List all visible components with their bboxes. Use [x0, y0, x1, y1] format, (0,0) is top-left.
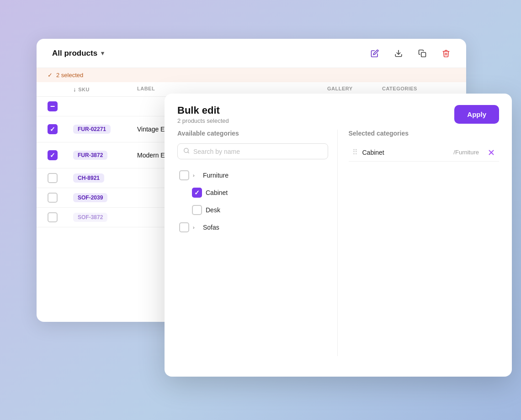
bulk-edit-title: Bulk edit — [177, 105, 229, 116]
delete-button[interactable] — [437, 44, 455, 63]
select-all-checkbox[interactable]: − — [48, 101, 58, 111]
row-checkbox-4[interactable] — [48, 193, 58, 203]
row-checkbox-2[interactable]: ✓ — [48, 150, 58, 160]
apply-button[interactable]: Apply — [454, 105, 499, 124]
check-icon: ✓ — [48, 72, 53, 79]
category-name-desk: Desk — [206, 206, 220, 214]
selection-bar: ✓ 2 selected — [37, 68, 466, 82]
selection-count: 2 selected — [56, 72, 83, 79]
col-sku: ↓ SKU — [73, 86, 137, 93]
row-checkbox-1[interactable]: ✓ — [48, 124, 58, 134]
selected-categories-title: Selected categories — [349, 130, 500, 137]
bulk-edit-subtitle: 2 products selected — [177, 117, 229, 124]
category-name-furniture: Furniture — [203, 172, 229, 179]
available-categories-title: Available categories — [177, 130, 328, 137]
cabinet-checkbox[interactable]: ✓ — [192, 188, 202, 198]
edit-button[interactable] — [366, 44, 384, 63]
category-name-cabinet: Cabinet — [206, 189, 228, 196]
expand-sofas-icon: › — [193, 225, 199, 230]
row-checkbox-3[interactable] — [48, 173, 58, 183]
sort-arrow-icon: ↓ — [73, 86, 78, 93]
row-checkbox-5[interactable] — [48, 212, 58, 222]
sku-badge-3: CH-8921 — [73, 173, 104, 183]
sku-badge-4: SOF-2039 — [73, 193, 107, 202]
selected-cat-name: Cabinet — [362, 149, 449, 156]
svg-line-19 — [188, 152, 189, 153]
drag-handle-icon: ⠿ — [352, 148, 358, 157]
expand-icon: › — [193, 173, 199, 178]
svg-rect-1 — [421, 52, 426, 57]
sofas-checkbox[interactable] — [179, 222, 189, 232]
selected-category-row-cabinet: ⠿ Cabinet /Furniture — [349, 143, 500, 162]
selected-cat-path: /Furniture — [453, 149, 479, 156]
category-item-cabinet[interactable]: ✓ Cabinet — [177, 184, 328, 201]
sku-badge-1: FUR-02271 — [73, 125, 111, 134]
copy-button[interactable] — [413, 44, 431, 63]
category-item-sofas[interactable]: › Sofas — [177, 219, 328, 236]
sku-badge-5: SOF-3872 — [73, 213, 107, 222]
toolbar: All products ▾ — [37, 39, 466, 68]
bulk-edit-title-group: Bulk edit 2 products selected — [177, 105, 229, 124]
chevron-down-icon: ▾ — [101, 50, 104, 57]
sku-badge-2: FUR-3872 — [73, 151, 107, 160]
category-item-furniture[interactable]: › Furniture — [177, 167, 328, 184]
bulk-edit-header: Bulk edit 2 products selected Apply — [165, 94, 512, 130]
bulk-edit-body: Available categories › Furniture — [165, 130, 512, 367]
selected-categories-panel: Selected categories ⠿ Cabinet /Furniture — [338, 130, 500, 356]
dropdown-label: All products — [52, 49, 97, 58]
remove-category-button[interactable] — [487, 148, 495, 157]
col-label: LABEL — [137, 86, 327, 93]
available-categories-panel: Available categories › Furniture — [177, 130, 338, 356]
col-gallery: GALLERY — [327, 86, 382, 93]
category-item-desk[interactable]: Desk — [177, 201, 328, 219]
col-categories: CATEGORIES — [382, 86, 455, 93]
search-box[interactable] — [177, 143, 328, 159]
download-button[interactable] — [389, 44, 408, 63]
col-checkbox — [48, 86, 73, 93]
desk-checkbox[interactable] — [192, 205, 202, 215]
furniture-checkbox[interactable] — [179, 170, 189, 180]
bulk-edit-modal: Bulk edit 2 products selected Apply Avai… — [165, 94, 512, 377]
all-products-dropdown[interactable]: All products ▾ — [48, 46, 109, 61]
search-input[interactable] — [193, 148, 322, 155]
category-name-sofas: Sofas — [203, 224, 219, 231]
search-icon — [183, 147, 190, 155]
